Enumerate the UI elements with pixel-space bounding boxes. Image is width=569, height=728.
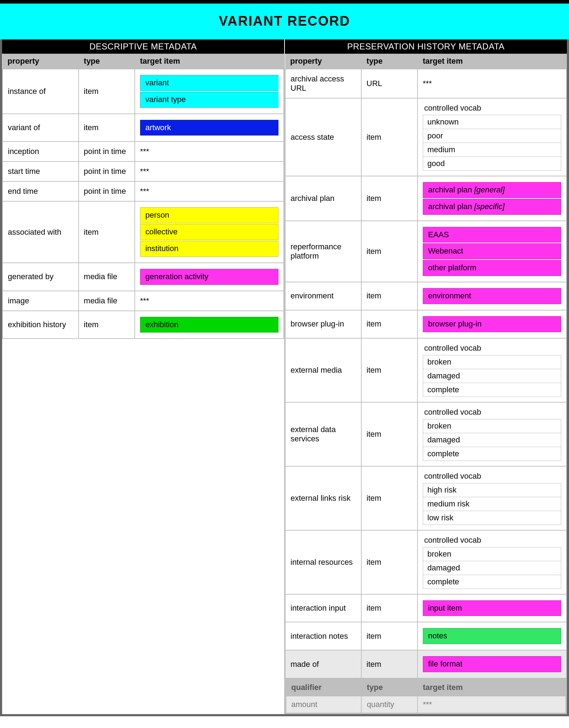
cell-type: item <box>361 622 418 650</box>
cell-type: item <box>361 98 418 176</box>
cell-property: external data services <box>285 402 361 466</box>
table-row: external links riskitemcontrolled vocabh… <box>285 466 567 530</box>
target-text: *** <box>140 187 149 196</box>
cell-type: item <box>361 221 418 282</box>
table-row: instance ofitemvariantvariant type <box>2 69 284 114</box>
cell-property: browser plug-in <box>285 310 361 338</box>
controlled-vocab-list: unknownpoormediumgood <box>423 115 561 171</box>
cell-property: generated by <box>2 263 79 291</box>
controlled-vocab-label: controlled vocab <box>423 103 561 115</box>
vocab-item: medium risk <box>423 497 561 511</box>
cell-type: item <box>361 176 418 221</box>
cell-target: controlled vocabbrokendamagedcomplete <box>418 338 567 402</box>
cell-property: access state <box>285 98 361 176</box>
vocab-item: high risk <box>423 483 561 497</box>
table-row: archival access URLURL*** <box>285 69 567 98</box>
cell-target: exhibition <box>135 311 284 339</box>
cell-target: EAASWebenactother platform <box>418 221 567 282</box>
cell-type: media file <box>79 291 135 311</box>
vocab-item: complete <box>423 575 561 589</box>
variant-record-page: VARIANT RECORD DESCRIPTIVE METADATA PRES… <box>0 0 569 716</box>
target-tag: browser plug-in <box>423 316 561 332</box>
cell-property: external media <box>285 338 361 402</box>
cell-type: item <box>79 201 135 262</box>
cell-target: *** <box>135 181 284 201</box>
table-row: reperformance platformitemEAASWebenactot… <box>285 221 567 282</box>
vocab-item: broken <box>423 355 561 369</box>
col-property: property <box>2 54 79 69</box>
target-tag: notes <box>423 628 561 644</box>
target-tag: exhibition <box>140 317 278 333</box>
controlled-vocab-list: high riskmedium risklow risk <box>423 483 561 525</box>
record-frame: DESCRIPTIVE METADATA PRESERVATION HISTOR… <box>0 39 569 716</box>
cell-property: start time <box>2 161 79 181</box>
cell-target: *** <box>135 291 284 311</box>
target-stack: EAASWebenactother platform <box>423 226 561 277</box>
controlled-vocab-label: controlled vocab <box>423 472 561 483</box>
cell-target: notes <box>418 622 567 650</box>
tables-container: property type target item instance ofite… <box>2 54 567 714</box>
cell-type: point in time <box>79 181 135 201</box>
vocab-item: broken <box>423 419 561 433</box>
table-row: start timepoint in time*** <box>2 161 284 181</box>
controlled-vocab-list: brokendamagedcomplete <box>423 547 561 589</box>
cell-type: item <box>79 69 135 114</box>
table-row: interaction notesitemnotes <box>285 622 567 650</box>
cell-property: reperformance platform <box>285 221 361 282</box>
qual-cell-target: *** <box>418 696 566 713</box>
cell-target: environment <box>418 282 567 310</box>
target-stack: variantvariant type <box>140 74 278 108</box>
col-type: type <box>79 54 135 69</box>
vocab-item: broken <box>423 547 561 561</box>
vocab-item: complete <box>423 447 561 461</box>
cell-target: browser plug-in <box>418 310 567 338</box>
cell-target: *** <box>418 69 567 98</box>
cell-type: item <box>361 402 418 466</box>
target-tag: institution <box>140 241 278 257</box>
table-row: made ofitemfile format <box>285 650 567 678</box>
cell-property: external links risk <box>285 466 361 530</box>
cell-target: archival plan [general]archival plan [sp… <box>418 176 567 221</box>
cell-property: made of <box>285 650 361 678</box>
cell-property: exhibition history <box>2 311 79 339</box>
cell-property: variant of <box>2 114 79 142</box>
preservation-column: property type target item archival acces… <box>284 54 567 714</box>
cell-target: controlled vocabbrokendamagedcomplete <box>418 402 567 466</box>
cell-target: input item <box>418 594 567 622</box>
qual-header-qualifier: qualifier <box>286 679 361 696</box>
qual-header-type: type <box>361 679 417 696</box>
qual-header-target: target item <box>418 679 566 696</box>
vocab-item: damaged <box>423 433 561 447</box>
target-text: *** <box>423 79 432 88</box>
cell-type: URL <box>361 69 418 98</box>
target-tag: archival plan [general] <box>423 182 561 198</box>
cell-target: artwork <box>135 114 284 142</box>
cell-target: *** <box>135 142 284 161</box>
cell-property: interaction input <box>285 594 361 622</box>
title-band: VARIANT RECORD <box>0 4 569 39</box>
controlled-vocab-label: controlled vocab <box>423 536 561 547</box>
target-tag: archival plan [specific] <box>423 199 561 215</box>
target-tag: artwork <box>140 120 278 136</box>
target-stack: artwork <box>140 119 278 137</box>
target-tag: collective <box>140 224 278 240</box>
table-row: exhibition historyitemexhibition <box>2 311 284 339</box>
cell-target: file format <box>418 650 567 678</box>
target-stack: file format <box>423 655 561 673</box>
target-stack: exhibition <box>140 316 278 334</box>
target-text: *** <box>140 296 149 305</box>
cell-type: item <box>361 594 418 622</box>
cell-property: internal resources <box>285 530 361 594</box>
target-tag: generation activity <box>140 269 278 285</box>
cell-type: item <box>361 466 418 530</box>
cell-property: archival plan <box>285 176 361 221</box>
controlled-vocab-list: brokendamagedcomplete <box>423 355 561 397</box>
target-stack: generation activity <box>140 268 278 286</box>
qualifier-block: qualifiertypetarget itemamountquantity**… <box>285 678 567 714</box>
cell-property: end time <box>2 181 79 201</box>
table-row: inceptionpoint in time*** <box>2 142 284 161</box>
target-text: *** <box>140 147 149 156</box>
table-row: variant ofitemartwork <box>2 114 284 142</box>
target-tag: variant <box>140 75 278 91</box>
descriptive-column: property type target item instance ofite… <box>2 54 284 714</box>
